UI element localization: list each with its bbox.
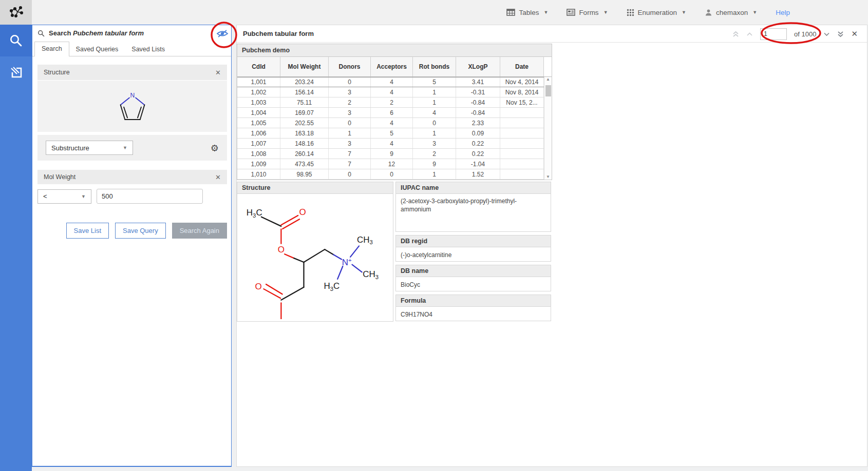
save-query-button[interactable]: Save Query	[115, 223, 166, 239]
table-cell: 1,001	[237, 77, 280, 87]
eye-slash-icon	[216, 29, 229, 38]
table-cell	[500, 139, 544, 148]
detail-fields-column: IUPAC name (2-acetoxy-3-carboxylato-prop…	[395, 182, 551, 321]
structure-query-canvas[interactable]: N	[37, 81, 227, 132]
last-record-icon[interactable]	[837, 31, 844, 37]
menu-tables[interactable]: Tables ▼	[506, 9, 548, 16]
search-again-button[interactable]: Search Again	[172, 223, 227, 239]
pyrrole-structure: N	[112, 85, 153, 127]
main-form-panel: Pubchem tabular form of 1000 ✕ Pubchem d…	[236, 25, 867, 467]
column-header-acceptors[interactable]: Acceptors	[371, 57, 413, 76]
table-cell: 6	[371, 108, 413, 117]
chevron-down-icon: ▼	[603, 10, 608, 15]
table-row[interactable]: 1,004169.07364-0.84	[237, 108, 552, 118]
table-cell: 9	[371, 149, 413, 159]
structure-detail-canvas[interactable]: H3C O O N+ CH3 CH3 H3C O O−	[237, 194, 393, 322]
svg-text:H3C: H3C	[324, 281, 339, 291]
table-row[interactable]: 1,009473.457129-1.04	[237, 159, 552, 169]
close-icon[interactable]: ✕	[215, 69, 221, 76]
close-form-icon[interactable]: ✕	[851, 29, 858, 38]
table-cell: 7	[329, 149, 371, 159]
menu-enumeration[interactable]: Enumeration ▼	[627, 9, 686, 16]
table-row[interactable]: 1,007148.163430.22	[237, 139, 552, 149]
table-cell: 2	[371, 97, 413, 107]
search-panel-header: Search Pubchem tabular form	[32, 25, 231, 41]
operator-select[interactable]: < ▼	[37, 189, 91, 204]
table-row[interactable]: 1,006163.181510.09	[237, 128, 552, 139]
mol-weight-field-header: Mol Weight ✕	[37, 170, 227, 184]
structure-detail-label: Structure	[237, 182, 393, 194]
table-cell: 5	[371, 128, 413, 138]
field-formula-label: Formula	[395, 295, 551, 307]
tab-saved-lists[interactable]: Saved Lists	[125, 43, 172, 56]
molecule-logo-icon	[8, 5, 24, 20]
menu-user[interactable]: chemaxon ▼	[705, 9, 757, 16]
sidebar-item-search[interactable]	[0, 25, 32, 56]
column-header-xlogp[interactable]: XLogP	[456, 57, 500, 76]
table-cell: 0	[329, 169, 371, 179]
close-icon[interactable]: ✕	[215, 174, 221, 181]
table-cell: 1	[413, 97, 456, 107]
table-cell: Nov 4, 2014	[500, 77, 544, 87]
table-row[interactable]: 1,008260.147920.22	[237, 149, 552, 159]
scrollbar-thumb[interactable]	[545, 85, 551, 96]
main-panel-header: Pubchem tabular form of 1000 ✕	[237, 25, 867, 43]
table-cell: 2	[329, 97, 371, 107]
table-cell: 260.14	[280, 149, 329, 159]
hide-preview-button[interactable]	[216, 29, 229, 40]
table-cell: 4	[371, 77, 413, 87]
next-record-icon[interactable]	[823, 32, 830, 36]
column-header-donors[interactable]: Donors	[329, 57, 371, 76]
table-cell	[500, 169, 544, 179]
previous-record-icon[interactable]	[746, 32, 753, 36]
structure-detail-field: Structure	[237, 182, 393, 322]
table-cell: 163.18	[280, 128, 329, 138]
sidebar-item-form-designer[interactable]	[0, 56, 32, 88]
table-cell: 1	[329, 128, 371, 138]
field-iupac-name: IUPAC name (2-acetoxy-3-carboxylato-prop…	[395, 182, 551, 232]
tab-saved-queries[interactable]: Saved Queries	[69, 43, 125, 56]
search-type-select[interactable]: Substructure ▼	[46, 141, 133, 155]
table-row[interactable]: 1,001203.240453.41Nov 4, 2014	[237, 77, 552, 87]
table-cell	[500, 118, 544, 128]
table-cell: 0.09	[456, 128, 500, 138]
table-row[interactable]: 1,01098.950011.52	[237, 169, 552, 180]
gear-icon[interactable]: ⚙	[211, 143, 219, 153]
field-iupac-value: (2-acetoxy-3-carboxylato-propyl)-trimeth…	[395, 194, 551, 232]
table-row[interactable]: 1,002156.14341-0.31Nov 8, 2014	[237, 87, 552, 97]
column-header-date[interactable]: Date	[500, 57, 544, 76]
table-cell	[500, 108, 544, 117]
search-icon	[37, 30, 45, 37]
table-row[interactable]: 1,005202.550402.33	[237, 118, 552, 128]
tab-search[interactable]: Search	[34, 42, 69, 56]
table-row[interactable]: 1,00375.11221-0.84Nov 15, 2...	[237, 97, 552, 108]
table-cell: 148.16	[280, 139, 329, 148]
help-link[interactable]: Help	[776, 9, 790, 16]
save-list-button[interactable]: Save List	[66, 223, 109, 239]
svg-text:N: N	[130, 92, 135, 99]
grid-header-row: CdId Mol Weight Donors Acceptors Rot bon…	[237, 57, 552, 77]
table-cell: Nov 15, 2...	[500, 97, 544, 107]
mol-weight-input[interactable]	[97, 189, 203, 204]
table-cell: 1,002	[237, 87, 280, 97]
table-cell: 1,005	[237, 118, 280, 128]
search-panel-title: Search Pubchem tabular form	[49, 29, 144, 37]
column-header-rot-bonds[interactable]: Rot bonds	[413, 57, 456, 76]
table-cell: 4	[371, 87, 413, 97]
table-cell: -1.04	[456, 159, 500, 169]
scroll-up-icon[interactable]: ▲	[546, 77, 550, 82]
table-cell: -0.31	[456, 87, 500, 97]
vertical-scrollbar[interactable]: ▲ ▼	[544, 77, 552, 180]
first-record-icon[interactable]	[732, 31, 739, 37]
table-cell: Nov 8, 2014	[500, 87, 544, 97]
dots-grid-icon	[627, 9, 634, 16]
column-header-mol-weight[interactable]: Mol Weight	[280, 57, 329, 76]
mol-weight-controls: < ▼	[37, 184, 227, 208]
structure-search-controls: Substructure ▼ ⚙	[37, 135, 227, 161]
menu-forms[interactable]: Forms ▼	[567, 9, 608, 16]
column-header-cdid[interactable]: CdId	[237, 57, 280, 76]
record-number-input[interactable]	[760, 28, 787, 40]
scroll-down-icon[interactable]: ▼	[546, 174, 550, 180]
chemaxon-logo[interactable]	[0, 0, 32, 25]
svg-text:O: O	[255, 282, 262, 291]
